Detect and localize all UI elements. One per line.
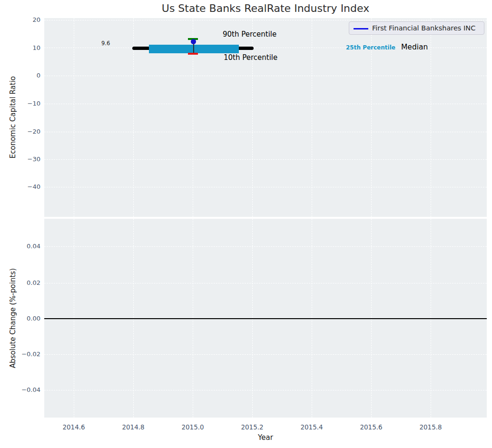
company-marker [191, 39, 196, 44]
ytick-label: 0.02 [0, 279, 40, 287]
ytick-label: 20 [0, 16, 40, 24]
ytick-label: 0 [0, 71, 40, 80]
gridline-h-n20 [44, 132, 487, 132]
ytick-label: 0.00 [0, 314, 40, 323]
ytick-label: −30 [0, 155, 40, 164]
gridline-h-0 [44, 76, 487, 76]
chart-title: Us State Banks RealRate Industry Index [44, 2, 487, 14]
ytick-label: −0.02 [0, 350, 40, 359]
legend: First Financial Bankshares INC [349, 21, 484, 35]
gridline-h-n40 [44, 187, 487, 187]
x-axis-label: Year [44, 433, 487, 442]
xtick-label: 2015.4 [293, 423, 331, 431]
xtick-label: 2015.2 [233, 423, 271, 431]
ytick-label: −40 [0, 183, 40, 191]
annotation-90th-percentile: 90th Percentile [223, 30, 276, 39]
bottom-plot-area [44, 219, 487, 418]
ytick-label: −20 [0, 127, 40, 136]
xtick-label: 2015.8 [412, 423, 450, 431]
annotation-median-value: 9.6 [101, 40, 110, 47]
ytick-label: 0.04 [0, 242, 40, 251]
gridline-h-n0.04 [44, 390, 487, 390]
gridline-h-20 [44, 20, 487, 20]
p10-cap [188, 53, 198, 55]
xtick-label: 2015.6 [352, 423, 390, 431]
y-axis-label-top: Economic Capital Ratio [9, 76, 17, 158]
ytick-label: 10 [0, 44, 40, 52]
xtick-label: 2014.8 [114, 423, 152, 431]
legend-entry-label: First Financial Bankshares INC [372, 22, 475, 34]
annotation-25th-percentile: 25th Percentile [346, 44, 395, 51]
ytick-label: −10 [0, 99, 40, 108]
xtick-label: 2014.6 [55, 423, 93, 431]
figure: Us State Banks RealRate Industry Index [0, 0, 492, 448]
annotation-median: Median [401, 43, 428, 51]
zero-change-line [44, 318, 487, 319]
gridline-h-n30 [44, 159, 487, 160]
ytick-label: −0.04 [0, 386, 40, 394]
annotation-10th-percentile: 10th Percentile [224, 53, 277, 62]
gridline-h-n0.02 [44, 354, 487, 355]
gridline-h-0.04 [44, 246, 487, 247]
y-axis-label-bottom: Absolute Change (%-points) [9, 268, 17, 368]
gridline-h-0.02 [44, 283, 487, 283]
legend-line-swatch [354, 28, 368, 29]
gridline-h-n10 [44, 104, 487, 104]
xtick-label: 2015.0 [174, 423, 212, 431]
